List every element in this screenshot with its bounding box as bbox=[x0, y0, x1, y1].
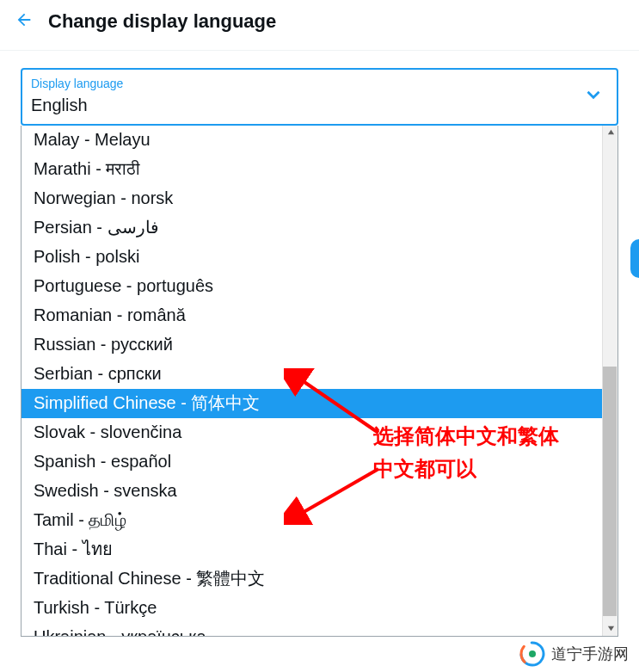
decorative-blob bbox=[630, 239, 639, 278]
svg-marker-0 bbox=[607, 130, 613, 134]
language-option[interactable]: Russian - русский bbox=[22, 330, 617, 360]
language-option[interactable]: Marathi - मराठी bbox=[22, 155, 617, 184]
logo-text: 道宁手游网 bbox=[551, 644, 629, 664]
language-dropdown: Malay - MelayuMarathi - मराठीNorwegian -… bbox=[21, 126, 618, 637]
language-option[interactable]: Traditional Chinese - 繁體中文 bbox=[22, 564, 617, 594]
back-button[interactable] bbox=[0, 10, 48, 33]
language-option[interactable]: Norwegian - norsk bbox=[22, 184, 617, 213]
chevron-down-icon bbox=[582, 83, 605, 109]
language-option[interactable]: Simplified Chinese - 简体中文 bbox=[22, 389, 617, 418]
scrollbar-arrow-up-icon[interactable] bbox=[603, 126, 618, 139]
language-option[interactable]: Persian - فارسی bbox=[22, 213, 617, 243]
site-logo: 道宁手游网 bbox=[519, 641, 629, 667]
language-option[interactable]: Malay - Melayu bbox=[22, 126, 617, 155]
language-option[interactable]: Turkish - Türkçe bbox=[22, 594, 617, 623]
svg-marker-1 bbox=[607, 626, 613, 631]
language-list: Malay - MelayuMarathi - मराठीNorwegian -… bbox=[22, 126, 617, 636]
language-option[interactable]: Spanish - español bbox=[22, 447, 617, 477]
logo-icon bbox=[519, 641, 545, 667]
language-option[interactable]: Portuguese - português bbox=[22, 272, 617, 301]
page-title: Change display language bbox=[48, 10, 276, 33]
language-option[interactable]: Tamil - தமிழ் bbox=[22, 506, 617, 535]
language-option[interactable]: Thai - ไทย bbox=[22, 535, 617, 564]
language-option[interactable]: Ukrainian - українська bbox=[22, 623, 617, 636]
language-option[interactable]: Slovak - slovenčina bbox=[22, 418, 617, 447]
select-value: English bbox=[31, 93, 579, 117]
svg-point-8 bbox=[529, 650, 536, 657]
scrollbar-arrow-down-icon[interactable] bbox=[603, 622, 618, 636]
language-option[interactable]: Swedish - svenska bbox=[22, 477, 617, 506]
language-option[interactable]: Serbian - српски bbox=[22, 360, 617, 389]
language-option[interactable]: Romanian - română bbox=[22, 301, 617, 330]
scrollbar-thumb[interactable] bbox=[603, 367, 617, 616]
language-option[interactable]: Polish - polski bbox=[22, 243, 617, 272]
display-language-select[interactable]: Display language English bbox=[21, 68, 618, 126]
select-label: Display language bbox=[31, 77, 579, 91]
scrollbar-track[interactable] bbox=[602, 126, 617, 636]
arrow-left-icon bbox=[15, 10, 34, 29]
